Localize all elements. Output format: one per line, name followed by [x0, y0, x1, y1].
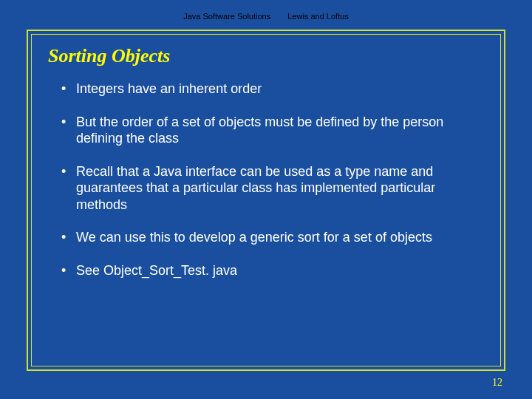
- slide-header: Java Software Solutions Lewis and Loftus: [0, 0, 532, 25]
- list-item: We can use this to develop a generic sor…: [48, 229, 484, 246]
- bullet-list: Integers have an inherent order But the …: [48, 81, 484, 279]
- slide-title: Sorting Objects: [48, 45, 484, 67]
- outer-frame: Sorting Objects Integers have an inheren…: [27, 30, 505, 371]
- header-authors: Lewis and Loftus: [287, 12, 349, 21]
- list-item: Recall that a Java interface can be used…: [48, 163, 484, 214]
- page-number: 12: [492, 377, 502, 389]
- list-item: See Object_Sort_Test. java: [48, 262, 484, 279]
- inner-frame: Sorting Objects Integers have an inheren…: [31, 34, 501, 366]
- header-book-title: Java Software Solutions: [183, 12, 270, 21]
- list-item: But the order of a set of objects must b…: [48, 114, 484, 147]
- list-item: Integers have an inherent order: [48, 81, 484, 98]
